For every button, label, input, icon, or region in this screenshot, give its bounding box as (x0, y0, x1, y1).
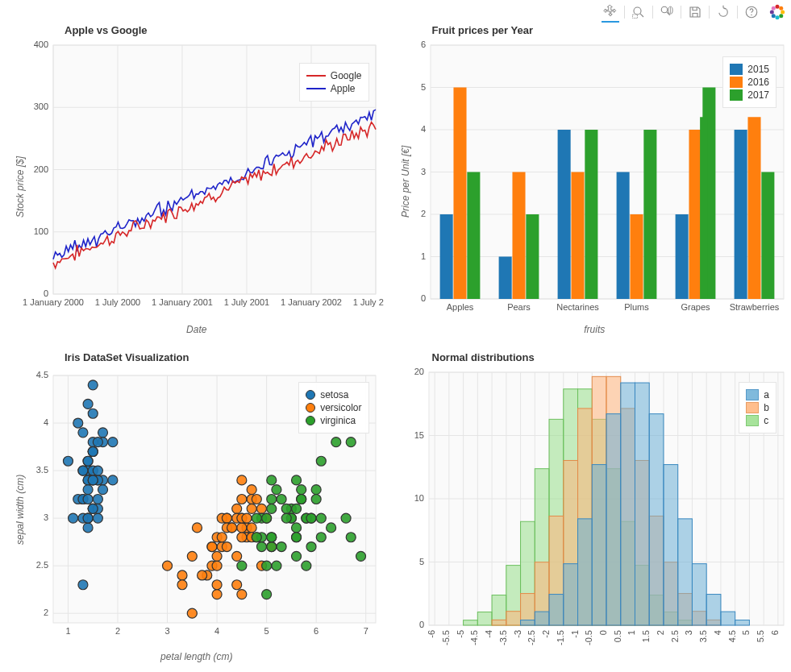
legend-item[interactable]: versicolor (306, 402, 361, 413)
svg-rect-323 (477, 612, 492, 625)
svg-point-14 (772, 14, 776, 18)
svg-point-227 (346, 438, 356, 447)
legend-item[interactable]: c (746, 415, 769, 426)
svg-text:-3.5: -3.5 (497, 630, 507, 645)
legend-item[interactable]: b (746, 402, 769, 413)
svg-text:1 July 2001: 1 July 2001 (224, 297, 269, 307)
reset-tool[interactable] (714, 2, 732, 22)
svg-point-166 (247, 485, 256, 495)
svg-point-204 (222, 542, 231, 552)
svg-point-236 (252, 533, 261, 542)
chart-bars[interactable]: Fruit prices per Year Price per Unit [€]… (403, 24, 787, 340)
svg-text:-6: -6 (427, 630, 436, 638)
svg-point-8 (751, 15, 752, 16)
svg-text:3: 3 (684, 630, 693, 635)
svg-point-250 (292, 504, 302, 513)
svg-point-162 (256, 504, 266, 513)
svg-point-229 (262, 590, 272, 599)
chart-scatter[interactable]: Iris DataSet Visualization sepal width (… (5, 351, 389, 667)
svg-point-191 (198, 570, 207, 580)
svg-rect-66 (557, 130, 570, 299)
svg-point-16 (772, 6, 776, 10)
toolbar-separator (737, 6, 738, 19)
legend-item[interactable]: a (746, 389, 769, 400)
svg-text:-3: -3 (512, 630, 522, 638)
legend-item[interactable]: 2016 (730, 77, 769, 88)
svg-point-253 (297, 495, 306, 504)
svg-text:-4: -4 (484, 630, 493, 638)
svg-point-254 (272, 485, 281, 495)
chart-legend: setosa versicolor virginica (298, 382, 368, 433)
svg-text:1: 1 (420, 251, 425, 261)
svg-point-209 (217, 533, 227, 542)
svg-point-159 (83, 485, 93, 495)
svg-point-118 (83, 523, 93, 533)
chart-line[interactable]: Apple vs Google Stock price [$] Date 010… (5, 24, 389, 340)
legend-item[interactable]: Apple (306, 83, 362, 94)
svg-text:2: 2 (420, 209, 425, 218)
x-axis-label: Date (5, 324, 389, 335)
svg-point-150 (78, 466, 88, 475)
svg-point-9 (776, 5, 780, 9)
svg-point-3 (661, 6, 668, 13)
svg-text:Nectarines: Nectarines (556, 302, 599, 312)
chart-title: Iris DataSet Visualization (65, 351, 189, 363)
svg-rect-72 (643, 130, 656, 299)
svg-point-246 (292, 475, 302, 485)
svg-text:1.5: 1.5 (641, 630, 651, 642)
svg-rect-366 (692, 564, 706, 625)
svg-point-223 (262, 561, 272, 570)
legend-item[interactable]: 2017 (730, 89, 769, 101)
legend-item[interactable]: Google (306, 70, 362, 81)
svg-point-232 (346, 533, 356, 542)
zoom-box-icon (631, 5, 646, 19)
svg-point-189 (187, 551, 197, 561)
svg-point-195 (237, 475, 247, 485)
save-tool[interactable] (686, 2, 704, 22)
svg-text:5: 5 (420, 82, 425, 92)
svg-point-192 (207, 542, 217, 552)
wheel-zoom-icon (660, 5, 674, 19)
svg-text:3.5: 3.5 (36, 465, 48, 475)
x-axis-label: petal length (cm) (5, 651, 389, 662)
legend-label: 2016 (747, 77, 769, 88)
legend-item[interactable]: setosa (306, 389, 361, 400)
svg-text:2: 2 (655, 630, 664, 635)
svg-point-205 (222, 513, 231, 523)
legend-item[interactable]: virginica (306, 415, 361, 426)
box-zoom-tool[interactable] (630, 2, 647, 22)
help-icon (744, 5, 759, 19)
svg-rect-361 (620, 383, 635, 625)
move-icon (603, 4, 618, 19)
pan-tool[interactable] (602, 2, 619, 23)
svg-text:6: 6 (769, 630, 779, 635)
svg-rect-80 (747, 117, 760, 299)
svg-point-154 (108, 438, 118, 447)
wheel-zoom-tool[interactable] (658, 2, 676, 22)
svg-point-133 (98, 485, 108, 495)
chart-legend: 2015 2016 2017 (722, 56, 776, 108)
chart-legend: a b c (739, 382, 776, 433)
svg-rect-369 (735, 620, 749, 625)
svg-text:20: 20 (414, 367, 423, 376)
chart-histogram[interactable]: Normal distributions 05101520-6-5.5-5-4.… (403, 351, 787, 667)
svg-point-197 (232, 580, 242, 590)
save-icon (688, 5, 702, 19)
legend-item[interactable]: 2015 (730, 64, 769, 75)
svg-text:5: 5 (264, 626, 269, 636)
help-tool[interactable] (743, 2, 760, 22)
svg-point-258 (267, 475, 277, 485)
svg-point-151 (78, 580, 88, 590)
svg-text:400: 400 (34, 39, 48, 49)
svg-text:2.5: 2.5 (36, 560, 48, 570)
svg-text:-2: -2 (541, 630, 551, 638)
svg-text:1: 1 (627, 630, 636, 635)
bokeh-logo[interactable] (768, 2, 786, 22)
svg-rect-70 (616, 172, 629, 300)
svg-point-234 (297, 485, 306, 495)
svg-text:1 January 2002: 1 January 2002 (281, 297, 342, 307)
svg-text:0.5: 0.5 (612, 630, 622, 642)
svg-text:200: 200 (34, 164, 48, 174)
svg-text:6: 6 (314, 626, 318, 636)
svg-rect-63 (512, 172, 525, 300)
